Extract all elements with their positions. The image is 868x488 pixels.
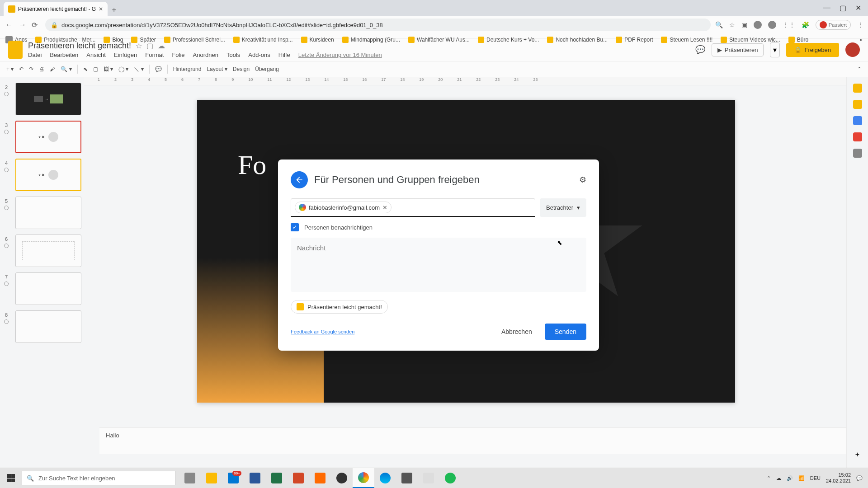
chevron-down-icon: ▾ — [577, 204, 580, 211]
app-icon[interactable] — [309, 468, 331, 488]
google-avatar-icon — [299, 204, 306, 211]
wifi-icon[interactable]: 📶 — [798, 475, 805, 481]
notifications-icon[interactable]: 💬 — [856, 475, 863, 481]
clock[interactable]: 15:02 24.02.2021 — [826, 472, 851, 484]
cloud-tray-icon[interactable]: ☁ — [776, 475, 781, 481]
message-textarea[interactable] — [291, 238, 586, 292]
dialog-title: Für Personen und Gruppen freigeben — [314, 174, 480, 186]
language-indicator[interactable]: DEU — [810, 475, 821, 481]
arrow-left-icon — [295, 175, 304, 184]
send-button[interactable]: Senden — [545, 324, 586, 340]
dialog-back-button[interactable] — [291, 171, 308, 188]
mail-icon[interactable]: 99+ — [222, 468, 244, 488]
tray-chevron-icon[interactable]: ⌃ — [767, 475, 771, 481]
excel-icon[interactable] — [266, 468, 288, 488]
explorer-icon[interactable] — [201, 468, 222, 488]
search-icon: 🔍 — [27, 475, 34, 482]
notepad-icon[interactable] — [418, 468, 439, 488]
remove-chip-icon[interactable]: ✕ — [382, 204, 387, 211]
volume-icon[interactable]: 🔊 — [787, 475, 793, 481]
obs-icon[interactable] — [331, 468, 353, 488]
chrome-icon[interactable] — [353, 468, 374, 488]
slides-file-icon — [297, 303, 304, 310]
notify-label: Personen benachrichtigen — [304, 224, 373, 231]
start-button[interactable] — [0, 468, 22, 488]
app-icon-2[interactable] — [396, 468, 418, 488]
email-chip: fabiobaslerinfo@gmail.com ✕ — [295, 202, 392, 213]
attachment-chip: Präsentieren leicht gemacht! — [291, 300, 388, 314]
role-dropdown[interactable]: Betrachter ▾ — [540, 198, 586, 217]
windows-search[interactable]: 🔍 Zur Suche Text hier eingeben — [22, 471, 175, 485]
cancel-button[interactable]: Abbrechen — [496, 324, 538, 339]
share-dialog: Für Personen und Gruppen freigeben ⚙ fab… — [278, 160, 599, 351]
notify-checkbox[interactable]: ✓ — [291, 223, 299, 231]
people-input[interactable]: fabiobaslerinfo@gmail.com ✕ — [291, 198, 535, 217]
feedback-link[interactable]: Feedback an Google senden — [291, 329, 354, 334]
windows-logo-icon — [7, 474, 15, 482]
spotify-icon[interactable] — [439, 468, 461, 488]
word-icon[interactable] — [244, 468, 266, 488]
edge-icon[interactable] — [374, 468, 396, 488]
gear-icon[interactable]: ⚙ — [579, 175, 586, 185]
powerpoint-icon[interactable] — [288, 468, 309, 488]
task-view-icon[interactable] — [179, 468, 201, 488]
